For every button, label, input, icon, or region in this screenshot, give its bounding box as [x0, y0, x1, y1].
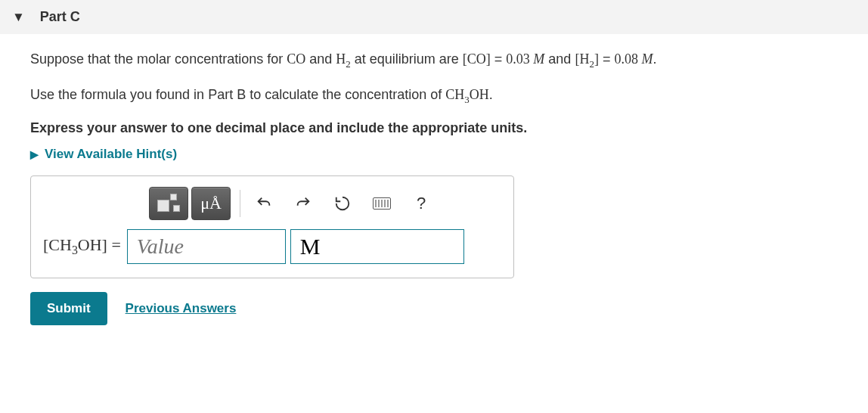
text: .: [653, 51, 656, 67]
text: =: [599, 51, 615, 67]
h2-bracket: [H2]: [575, 51, 598, 67]
species-co: CO: [287, 51, 305, 67]
submit-button[interactable]: Submit: [30, 292, 107, 325]
text: .: [489, 87, 493, 102]
input-toolbar: μÅ ?: [149, 187, 501, 220]
co-value: 0.03: [506, 51, 530, 67]
question-line-1: Suppose that the molar concentrations fo…: [30, 49, 832, 71]
species-ch3oh: CH3OH: [445, 87, 489, 102]
previous-answers-link[interactable]: Previous Answers: [126, 301, 237, 316]
reset-button[interactable]: [325, 188, 360, 219]
symbols-button[interactable]: μÅ: [191, 187, 231, 220]
text: and: [305, 51, 336, 67]
symbols-icon: μÅ: [200, 194, 222, 213]
part-header[interactable]: ▼ Part C: [0, 0, 868, 34]
answer-lhs: [CH3OH] =: [43, 235, 121, 257]
text: at equilibrium are: [351, 51, 463, 67]
text: =: [491, 51, 507, 67]
equation-row: [CH3OH] =: [43, 229, 501, 264]
hints-label: View Available Hint(s): [45, 147, 177, 162]
h2-value: 0.08: [614, 51, 638, 67]
templates-button[interactable]: [149, 187, 188, 220]
help-icon: ?: [417, 194, 426, 213]
text: Suppose that the molar concentrations fo…: [30, 51, 287, 67]
view-hints-toggle[interactable]: ▶ View Available Hint(s): [30, 147, 832, 162]
chevron-right-icon: ▶: [30, 148, 39, 160]
reset-icon: [334, 195, 351, 212]
unit-molar: M: [530, 51, 545, 67]
text: and: [544, 51, 575, 67]
part-title: Part C: [40, 9, 80, 25]
unit-input[interactable]: [290, 229, 464, 264]
unit-molar: M: [638, 51, 653, 67]
content-area: Suppose that the molar concentrations fo…: [0, 34, 862, 340]
undo-icon: [256, 195, 272, 212]
undo-button[interactable]: [246, 188, 281, 219]
text: Use the formula you found in Part B to c…: [30, 87, 445, 102]
value-input[interactable]: [127, 229, 286, 264]
toolbar-separator: [240, 190, 240, 217]
help-button[interactable]: ?: [404, 188, 439, 219]
redo-button[interactable]: [286, 188, 321, 219]
keyboard-icon: [373, 197, 391, 210]
submit-row: Submit Previous Answers: [30, 292, 832, 325]
species-h2: H2: [336, 51, 350, 67]
question-line-2: Use the formula you found in Part B to c…: [30, 85, 832, 107]
co-bracket: [CO]: [463, 51, 491, 67]
templates-icon: [157, 195, 180, 212]
answer-instruction: Express your answer to one decimal place…: [30, 120, 832, 136]
answer-input-box: μÅ ? [CH3OH] =: [30, 175, 514, 278]
collapse-arrow-icon: ▼: [12, 10, 25, 25]
redo-icon: [295, 195, 312, 212]
keyboard-button[interactable]: [364, 188, 399, 219]
